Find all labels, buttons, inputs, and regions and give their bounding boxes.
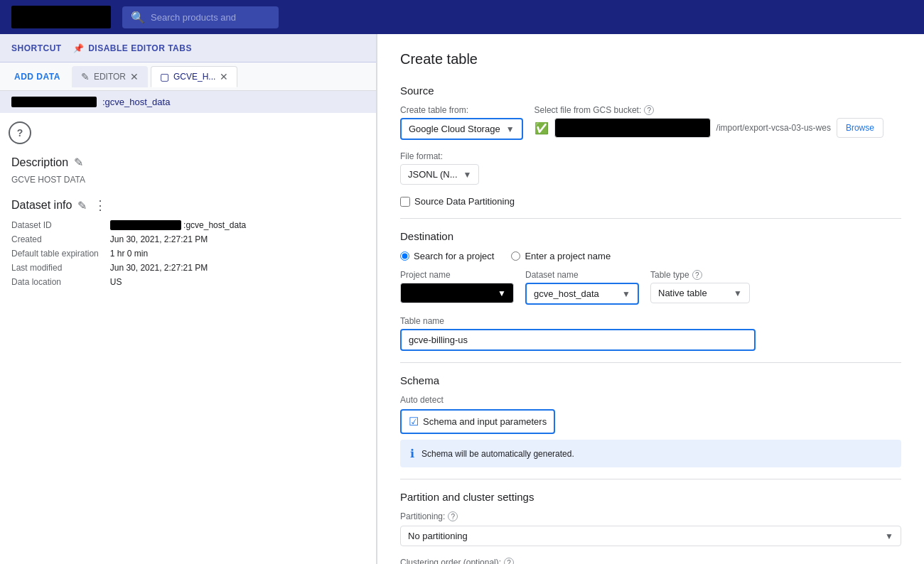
- destination-divider: [400, 362, 901, 363]
- description-edit-icon[interactable]: ✎: [74, 156, 83, 169]
- tab-editor-close-icon[interactable]: ✕: [130, 71, 139, 82]
- gcs-file-label: Select file from GCS bucket: ?: [534, 105, 883, 115]
- create-from-group: Create table from: Google Cloud Storage …: [400, 105, 523, 140]
- table-name-group: Table name: [400, 316, 901, 351]
- search-project-radio[interactable]: Search for a project: [400, 251, 494, 261]
- gcs-path-suffix: /import/export-vcsa-03-us-wes: [716, 123, 831, 133]
- search-project-radio-input[interactable]: [400, 251, 409, 261]
- destination-fields-row: Project name ▼ Dataset name gcve_host_da…: [400, 270, 901, 305]
- search-placeholder-text: Search products and: [151, 12, 236, 23]
- enter-project-label: Enter a project name: [525, 251, 611, 261]
- partitioning-label-text: Partitioning:: [400, 511, 445, 521]
- project-name-chevron-icon: ▼: [498, 288, 506, 298]
- project-name-select[interactable]: ▼: [400, 283, 514, 303]
- dataset-info-grid: Dataset ID :gcve_host_data Created Jun 3…: [11, 220, 365, 287]
- tab-bar: ADD DATA ✎ EDITOR ✕ ▢ GCVE_H... ✕: [0, 63, 376, 91]
- gcs-file-label-text: Select file from GCS bucket:: [534, 105, 642, 115]
- search-bar[interactable]: 🔍 Search products and: [122, 6, 279, 28]
- partitioning-label: Partitioning: ?: [400, 511, 901, 521]
- source-form-row: Create table from: Google Cloud Storage …: [400, 105, 901, 185]
- field-label-3: Last modified: [11, 263, 99, 273]
- info-icon: ℹ: [410, 447, 414, 460]
- left-panel: SHORTCUT 📌 DISABLE EDITOR TABS ADD DATA …: [0, 34, 377, 564]
- dataset-name-label: Dataset name: [525, 270, 639, 280]
- field-label-2: Default table expiration: [11, 249, 99, 259]
- shortcut-label: SHORTCUT: [11, 43, 62, 53]
- schema-checkbox-label: Schema and input parameters: [423, 416, 547, 427]
- tab-editor[interactable]: ✎ EDITOR ✕: [72, 66, 148, 87]
- tab-gcve-label: GCVE_H...: [173, 72, 215, 82]
- source-partitioning-label: Source Data Partitioning: [414, 196, 515, 207]
- table-type-help-icon[interactable]: ?: [692, 270, 702, 280]
- file-format-group: File format: JSONL (N... ▼: [400, 151, 479, 185]
- dataset-name-group: Dataset name gcve_host_data ▼: [525, 270, 639, 305]
- schema-check-icon: ☑: [409, 415, 419, 428]
- partitioning-select[interactable]: No partitioning ▼: [400, 526, 901, 546]
- partition-section: Partitioning: ? No partitioning ▼ Cluste…: [400, 511, 901, 564]
- file-format-select[interactable]: JSONL (N... ▼: [400, 164, 479, 185]
- dataset-name-value: gcve_host_data: [534, 288, 599, 299]
- create-table-dialog: Create table Source Create table from: G…: [377, 34, 924, 564]
- schema-checkbox[interactable]: ☑ Schema and input parameters: [400, 409, 555, 434]
- gcs-file-help-icon[interactable]: ?: [644, 105, 654, 115]
- dataset-info-edit-icon[interactable]: ✎: [77, 199, 87, 212]
- disable-editor-button[interactable]: 📌 DISABLE EDITOR TABS: [73, 43, 192, 53]
- table-name-label: Table name: [400, 316, 901, 326]
- source-section-title: Source: [400, 85, 901, 97]
- dataset-name-chevron-icon: ▼: [622, 289, 630, 299]
- project-name-label: Project name: [400, 270, 514, 280]
- clustering-help-icon[interactable]: ?: [504, 558, 514, 564]
- dataset-name-select[interactable]: gcve_host_data ▼: [525, 283, 639, 305]
- table-type-group: Table type ? Native table ▼: [650, 270, 750, 303]
- schema-info-banner: ℹ Schema will be automatically generated…: [400, 440, 901, 467]
- top-bar: 🔍 Search products and: [0, 0, 924, 34]
- resource-title-bar: :gcve_host_data: [0, 91, 376, 113]
- create-from-label: Create table from:: [400, 105, 523, 115]
- source-divider: [400, 218, 901, 219]
- field-label-4: Data location: [11, 277, 99, 287]
- auto-detect-label: Auto detect: [400, 395, 901, 405]
- partitioning-value: No partitioning: [408, 531, 468, 541]
- browse-button[interactable]: Browse: [837, 118, 883, 138]
- dialog-title: Create table: [400, 51, 901, 67]
- add-data-button[interactable]: ADD DATA: [6, 67, 69, 86]
- create-from-select[interactable]: Google Cloud Storage ▼: [400, 118, 523, 140]
- dataset-id-redacted: [110, 220, 181, 230]
- field-value-0: :gcve_host_data: [110, 220, 365, 230]
- main-area: SHORTCUT 📌 DISABLE EDITOR TABS ADD DATA …: [0, 34, 924, 564]
- partitioning-chevron-icon: ▼: [885, 531, 893, 541]
- field-value-4: US: [110, 277, 365, 287]
- gcs-path-field: [554, 118, 711, 138]
- clustering-order-label: Clustering order (optional): ?: [400, 558, 901, 564]
- resource-id-redacted: [11, 97, 97, 107]
- dataset-info-section-header: Dataset info ✎ ⋮: [11, 196, 365, 215]
- field-label-1: Created: [11, 234, 99, 244]
- gcs-file-row: ✅ /import/export-vcsa-03-us-wes Browse: [534, 118, 883, 138]
- resource-title-suffix: :gcve_host_data: [102, 97, 170, 107]
- description-title: Description: [11, 156, 68, 169]
- source-partitioning-checkbox[interactable]: [400, 197, 410, 207]
- help-button[interactable]: ?: [9, 121, 31, 144]
- description-text: GCVE HOST DATA: [11, 175, 365, 185]
- create-from-chevron-icon: ▼: [506, 124, 515, 134]
- enter-project-radio-input[interactable]: [511, 251, 520, 261]
- destination-section-title: Destination: [400, 230, 901, 242]
- shortcut-bar: SHORTCUT 📌 DISABLE EDITOR TABS: [0, 34, 376, 63]
- table-type-select[interactable]: Native table ▼: [650, 283, 750, 303]
- create-from-value: Google Cloud Storage: [409, 124, 500, 134]
- tab-gcve[interactable]: ▢ GCVE_H... ✕: [151, 66, 237, 87]
- enter-project-radio[interactable]: Enter a project name: [511, 251, 611, 261]
- schema-section-title: Schema: [400, 374, 901, 386]
- partitioning-help-icon[interactable]: ?: [448, 511, 458, 521]
- field-value-2: 1 hr 0 min: [110, 249, 365, 259]
- tab-gcve-close-icon[interactable]: ✕: [220, 71, 228, 82]
- gcs-file-group: Select file from GCS bucket: ? ✅ /import…: [534, 105, 883, 138]
- file-format-chevron-icon: ▼: [463, 170, 472, 180]
- schema-divider: [400, 479, 901, 479]
- dataset-info-menu-icon[interactable]: ⋮: [92, 196, 108, 215]
- search-icon: 🔍: [131, 11, 145, 24]
- description-section-header: Description ✎: [11, 156, 365, 169]
- dataset-info-title: Dataset info: [11, 199, 72, 212]
- disable-editor-label: DISABLE EDITOR TABS: [88, 43, 192, 53]
- table-name-input[interactable]: [400, 329, 756, 351]
